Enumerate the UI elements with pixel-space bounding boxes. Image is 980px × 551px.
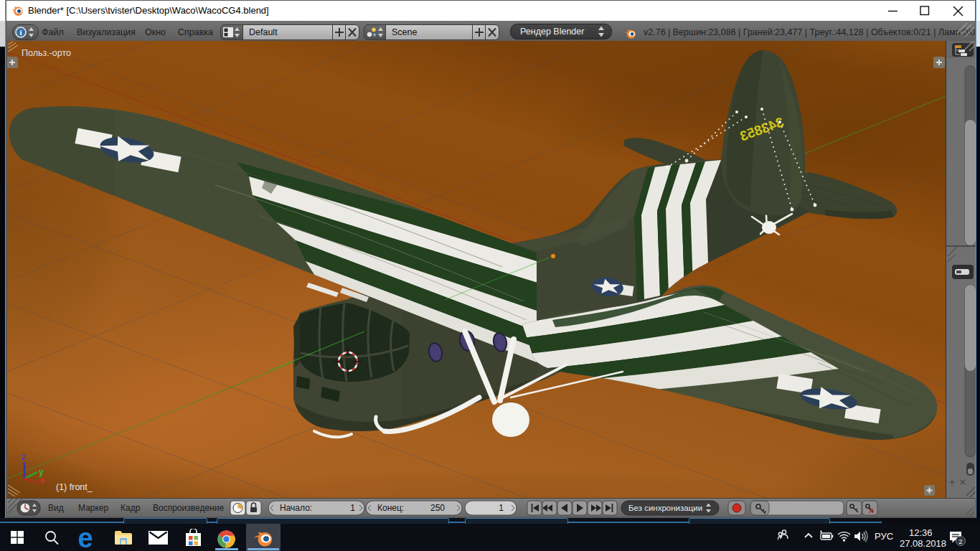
svg-text:x: x: [40, 475, 45, 485]
svg-text:2: 2: [958, 537, 962, 545]
svg-text:Начало:: Начало:: [280, 503, 312, 513]
svg-text:Вид: Вид: [48, 503, 64, 513]
svg-text:(1) front_: (1) front_: [56, 482, 93, 492]
svg-text:Маркер: Маркер: [78, 503, 109, 513]
svg-text:250: 250: [430, 503, 445, 513]
svg-text:Кадр: Кадр: [121, 503, 141, 513]
svg-text:Польз.-орто: Польз.-орто: [22, 48, 71, 58]
svg-text:27.08.2018: 27.08.2018: [900, 538, 946, 549]
svg-text:i: i: [19, 28, 22, 37]
svg-text:РУС: РУС: [875, 531, 893, 542]
svg-text:12:36: 12:36: [909, 529, 933, 538]
svg-text:Конец:: Конец:: [377, 503, 404, 513]
svg-text:z: z: [22, 452, 26, 462]
svg-text:1: 1: [350, 503, 355, 513]
svg-text:Воспроизведение: Воспроизведение: [153, 503, 224, 513]
svg-text:Без синхронизации: Без синхронизации: [628, 504, 702, 512]
svg-text:1: 1: [499, 503, 504, 513]
